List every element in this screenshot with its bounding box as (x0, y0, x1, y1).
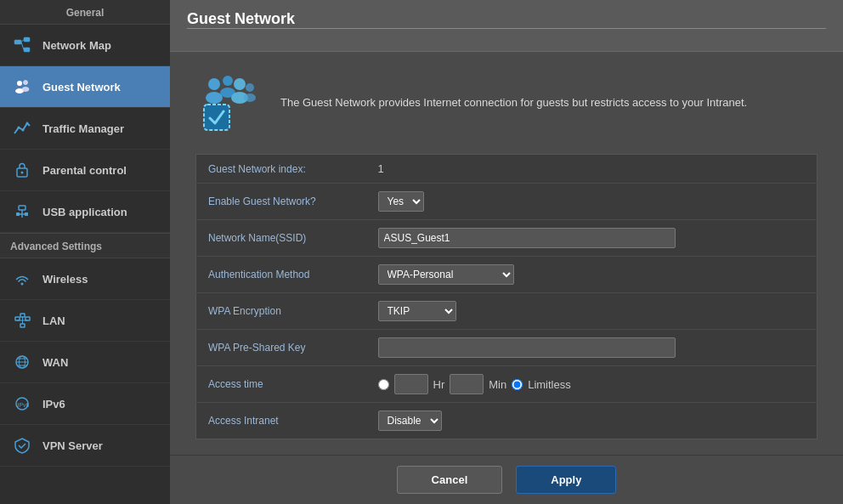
access-time-limitless-radio[interactable] (512, 379, 523, 390)
svg-rect-22 (20, 314, 25, 317)
general-section-label: General (0, 0, 170, 25)
access-time-custom-radio[interactable] (378, 379, 389, 390)
field-label-network-name: Network Name(SSID) (196, 220, 366, 257)
field-label-wpa-key: WPA Pre-Shared Key (196, 330, 366, 366)
sidebar-item-ipv6-label: IPv6 (42, 398, 65, 411)
svg-rect-21 (15, 317, 20, 320)
field-label-access-time: Access time (196, 366, 366, 403)
wpa-encryption-select[interactable]: TKIP AES TKIP+AES (378, 301, 456, 321)
sidebar-item-lan-label: LAN (42, 314, 65, 327)
svg-point-20 (21, 283, 24, 286)
header-divider (187, 28, 826, 29)
svg-point-7 (24, 81, 28, 85)
wan-icon (10, 350, 34, 374)
sidebar-item-wireless-label: Wireless (42, 273, 88, 286)
field-value-access-time: Hr Min Limitless (366, 366, 818, 403)
svg-point-11 (26, 122, 29, 125)
cancel-button[interactable]: Cancel (397, 466, 503, 494)
limitless-label: Limitless (528, 378, 571, 391)
traffic-manager-icon (10, 116, 34, 140)
field-value-wpa-key (366, 330, 818, 366)
sidebar-item-usb-application-label: USB application (42, 206, 127, 218)
ipv6-icon: IPv6 (10, 392, 34, 416)
field-value-wpa-encryption: TKIP AES TKIP+AES (366, 293, 818, 330)
sidebar-item-wireless[interactable]: Wireless (0, 258, 170, 300)
svg-line-4 (21, 42, 24, 50)
page-title: Guest Network (187, 10, 826, 28)
svg-point-8 (22, 88, 29, 92)
form-row-network-name: Network Name(SSID) (196, 220, 818, 257)
sidebar-item-parental-control-label: Parental control (42, 164, 127, 177)
sidebar: General Network Map Guest Network (0, 0, 170, 504)
access-time-controls: Hr Min Limitless (378, 374, 806, 394)
advanced-settings-label: Advanced Settings (0, 233, 170, 258)
field-label-auth-method: Authentication Method (196, 257, 366, 293)
access-time-min-input[interactable] (450, 374, 484, 394)
wpa-key-input[interactable] (378, 337, 676, 358)
svg-rect-44 (204, 105, 229, 130)
field-value-network-index: 1 (366, 155, 818, 184)
svg-point-43 (244, 93, 256, 102)
sidebar-item-network-map-label: Network Map (42, 39, 111, 52)
sidebar-item-traffic-manager-label: Traffic Manager (42, 122, 124, 135)
svg-point-10 (22, 129, 25, 132)
wireless-icon (10, 267, 34, 291)
svg-rect-23 (25, 317, 30, 320)
network-name-input[interactable] (378, 228, 676, 248)
sidebar-item-wan[interactable]: WAN (0, 342, 170, 383)
settings-form: Guest Network index: 1 Enable Guest Netw… (195, 154, 818, 439)
svg-point-9 (18, 127, 20, 129)
field-value-enable-guest-network: Yes No (366, 184, 818, 220)
sidebar-item-ipv6[interactable]: IPv6 IPv6 (0, 383, 170, 425)
min-label: Min (489, 378, 506, 391)
svg-point-13 (21, 172, 24, 174)
guest-network-illustration (195, 69, 263, 137)
form-row-network-index: Guest Network index: 1 (196, 155, 818, 184)
sidebar-item-usb-application[interactable]: USB application (0, 191, 170, 233)
svg-rect-0 (14, 40, 21, 44)
intro-block: The Guest Network provides Internet conn… (195, 69, 818, 137)
svg-point-5 (17, 81, 22, 86)
field-value-auth-method: WPA-Personal Open System WPA2-Personal (366, 257, 818, 293)
vpn-server-icon (10, 433, 34, 457)
svg-point-37 (206, 92, 223, 104)
form-row-auth-method: Authentication Method WPA-Personal Open … (196, 257, 818, 293)
svg-point-38 (223, 76, 233, 86)
parental-control-icon (10, 158, 34, 182)
auth-method-select[interactable]: WPA-Personal Open System WPA2-Personal (378, 264, 514, 285)
sidebar-item-network-map[interactable]: Network Map (0, 25, 170, 66)
sidebar-item-guest-network[interactable]: Guest Network (0, 66, 170, 108)
page-header: Guest Network (170, 0, 843, 52)
form-row-enable-guest-network: Enable Guest Network? Yes No (196, 184, 818, 220)
sidebar-item-guest-network-label: Guest Network (42, 81, 121, 93)
svg-rect-14 (19, 206, 25, 210)
svg-rect-1 (24, 37, 30, 42)
svg-point-36 (208, 78, 220, 90)
sidebar-item-vpn-server[interactable]: VPN Server (0, 425, 170, 467)
sidebar-item-lan[interactable]: LAN (0, 300, 170, 342)
usb-application-icon (10, 200, 34, 224)
svg-rect-24 (20, 324, 25, 327)
form-row-access-time: Access time Hr Min Limitless (196, 366, 818, 403)
form-row-wpa-encryption: WPA Encryption TKIP AES TKIP+AES (196, 293, 818, 330)
hr-label: Hr (433, 378, 445, 391)
form-row-access-intranet: Access Intranet Disable Enable (196, 403, 818, 439)
sidebar-item-vpn-server-label: VPN Server (42, 439, 103, 452)
field-value-network-name (366, 220, 818, 257)
apply-button[interactable]: Apply (516, 466, 616, 494)
access-time-hr-input[interactable] (394, 374, 428, 394)
sidebar-item-traffic-manager[interactable]: Traffic Manager (0, 108, 170, 150)
network-map-icon (10, 33, 34, 57)
sidebar-item-wan-label: WAN (42, 356, 68, 369)
guest-network-icon (10, 75, 34, 99)
sidebar-item-parental-control[interactable]: Parental control (0, 150, 170, 191)
field-label-enable-guest-network: Enable Guest Network? (196, 184, 366, 220)
network-index-value: 1 (378, 162, 384, 175)
access-intranet-select[interactable]: Disable Enable (378, 411, 442, 431)
field-label-network-index: Guest Network index: (196, 155, 366, 184)
svg-point-42 (246, 83, 254, 92)
page-body: The Guest Network provides Internet conn… (170, 52, 843, 455)
main-content: Guest Network (170, 0, 843, 504)
enable-guest-network-select[interactable]: Yes No (378, 191, 424, 212)
lan-icon (10, 309, 34, 332)
